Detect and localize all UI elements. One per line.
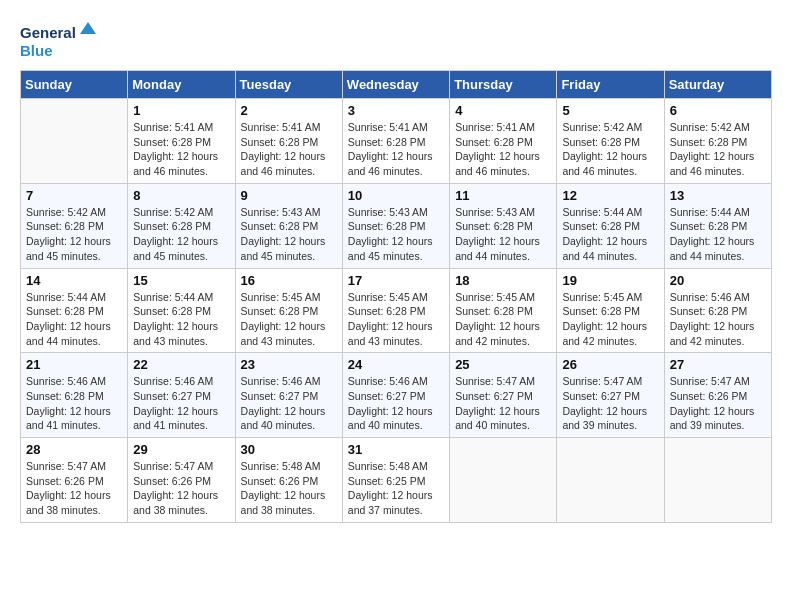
page-header: General Blue — [20, 20, 772, 62]
day-info: Sunrise: 5:46 AMSunset: 6:28 PMDaylight:… — [26, 374, 122, 433]
svg-text:General: General — [20, 24, 76, 41]
calendar-day-cell — [664, 438, 771, 523]
day-info: Sunrise: 5:44 AMSunset: 6:28 PMDaylight:… — [133, 290, 229, 349]
day-info: Sunrise: 5:45 AMSunset: 6:28 PMDaylight:… — [348, 290, 444, 349]
day-number: 19 — [562, 273, 658, 288]
logo: General Blue — [20, 20, 100, 62]
day-info: Sunrise: 5:46 AMSunset: 6:27 PMDaylight:… — [241, 374, 337, 433]
day-info: Sunrise: 5:43 AMSunset: 6:28 PMDaylight:… — [348, 205, 444, 264]
calendar-header-sunday: Sunday — [21, 71, 128, 99]
day-number: 4 — [455, 103, 551, 118]
day-info: Sunrise: 5:48 AMSunset: 6:25 PMDaylight:… — [348, 459, 444, 518]
day-number: 14 — [26, 273, 122, 288]
calendar-day-cell: 8Sunrise: 5:42 AMSunset: 6:28 PMDaylight… — [128, 183, 235, 268]
day-info: Sunrise: 5:45 AMSunset: 6:28 PMDaylight:… — [241, 290, 337, 349]
day-info: Sunrise: 5:43 AMSunset: 6:28 PMDaylight:… — [241, 205, 337, 264]
day-info: Sunrise: 5:41 AMSunset: 6:28 PMDaylight:… — [241, 120, 337, 179]
day-number: 3 — [348, 103, 444, 118]
day-number: 18 — [455, 273, 551, 288]
calendar-day-cell: 23Sunrise: 5:46 AMSunset: 6:27 PMDayligh… — [235, 353, 342, 438]
day-number: 7 — [26, 188, 122, 203]
day-number: 16 — [241, 273, 337, 288]
calendar-day-cell: 31Sunrise: 5:48 AMSunset: 6:25 PMDayligh… — [342, 438, 449, 523]
calendar-day-cell — [557, 438, 664, 523]
svg-marker-2 — [80, 22, 96, 34]
day-number: 22 — [133, 357, 229, 372]
calendar-week-row: 21Sunrise: 5:46 AMSunset: 6:28 PMDayligh… — [21, 353, 772, 438]
day-number: 26 — [562, 357, 658, 372]
calendar-day-cell: 24Sunrise: 5:46 AMSunset: 6:27 PMDayligh… — [342, 353, 449, 438]
day-number: 27 — [670, 357, 766, 372]
day-info: Sunrise: 5:47 AMSunset: 6:26 PMDaylight:… — [670, 374, 766, 433]
calendar-day-cell: 27Sunrise: 5:47 AMSunset: 6:26 PMDayligh… — [664, 353, 771, 438]
calendar-day-cell: 1Sunrise: 5:41 AMSunset: 6:28 PMDaylight… — [128, 99, 235, 184]
day-number: 2 — [241, 103, 337, 118]
day-number: 13 — [670, 188, 766, 203]
day-number: 11 — [455, 188, 551, 203]
day-number: 17 — [348, 273, 444, 288]
calendar-week-row: 7Sunrise: 5:42 AMSunset: 6:28 PMDaylight… — [21, 183, 772, 268]
day-info: Sunrise: 5:46 AMSunset: 6:27 PMDaylight:… — [348, 374, 444, 433]
day-number: 28 — [26, 442, 122, 457]
calendar-day-cell: 25Sunrise: 5:47 AMSunset: 6:27 PMDayligh… — [450, 353, 557, 438]
day-info: Sunrise: 5:42 AMSunset: 6:28 PMDaylight:… — [562, 120, 658, 179]
calendar-header-tuesday: Tuesday — [235, 71, 342, 99]
day-info: Sunrise: 5:47 AMSunset: 6:27 PMDaylight:… — [562, 374, 658, 433]
calendar-day-cell — [21, 99, 128, 184]
day-number: 9 — [241, 188, 337, 203]
logo-icon: General Blue — [20, 20, 100, 62]
calendar-day-cell: 16Sunrise: 5:45 AMSunset: 6:28 PMDayligh… — [235, 268, 342, 353]
svg-text:Blue: Blue — [20, 42, 53, 59]
day-info: Sunrise: 5:48 AMSunset: 6:26 PMDaylight:… — [241, 459, 337, 518]
day-info: Sunrise: 5:47 AMSunset: 6:26 PMDaylight:… — [26, 459, 122, 518]
calendar-day-cell: 2Sunrise: 5:41 AMSunset: 6:28 PMDaylight… — [235, 99, 342, 184]
calendar-header-thursday: Thursday — [450, 71, 557, 99]
day-number: 29 — [133, 442, 229, 457]
calendar-header-saturday: Saturday — [664, 71, 771, 99]
calendar-day-cell: 30Sunrise: 5:48 AMSunset: 6:26 PMDayligh… — [235, 438, 342, 523]
calendar-day-cell: 17Sunrise: 5:45 AMSunset: 6:28 PMDayligh… — [342, 268, 449, 353]
calendar-week-row: 28Sunrise: 5:47 AMSunset: 6:26 PMDayligh… — [21, 438, 772, 523]
calendar-day-cell: 12Sunrise: 5:44 AMSunset: 6:28 PMDayligh… — [557, 183, 664, 268]
calendar-week-row: 1Sunrise: 5:41 AMSunset: 6:28 PMDaylight… — [21, 99, 772, 184]
day-number: 5 — [562, 103, 658, 118]
day-info: Sunrise: 5:41 AMSunset: 6:28 PMDaylight:… — [455, 120, 551, 179]
day-info: Sunrise: 5:43 AMSunset: 6:28 PMDaylight:… — [455, 205, 551, 264]
calendar-header-row: SundayMondayTuesdayWednesdayThursdayFrid… — [21, 71, 772, 99]
calendar-header-monday: Monday — [128, 71, 235, 99]
calendar-header-friday: Friday — [557, 71, 664, 99]
calendar-week-row: 14Sunrise: 5:44 AMSunset: 6:28 PMDayligh… — [21, 268, 772, 353]
calendar-day-cell: 21Sunrise: 5:46 AMSunset: 6:28 PMDayligh… — [21, 353, 128, 438]
calendar-day-cell: 14Sunrise: 5:44 AMSunset: 6:28 PMDayligh… — [21, 268, 128, 353]
day-info: Sunrise: 5:47 AMSunset: 6:26 PMDaylight:… — [133, 459, 229, 518]
calendar-day-cell: 5Sunrise: 5:42 AMSunset: 6:28 PMDaylight… — [557, 99, 664, 184]
day-number: 20 — [670, 273, 766, 288]
calendar-day-cell: 29Sunrise: 5:47 AMSunset: 6:26 PMDayligh… — [128, 438, 235, 523]
day-info: Sunrise: 5:44 AMSunset: 6:28 PMDaylight:… — [670, 205, 766, 264]
calendar-day-cell: 22Sunrise: 5:46 AMSunset: 6:27 PMDayligh… — [128, 353, 235, 438]
day-info: Sunrise: 5:44 AMSunset: 6:28 PMDaylight:… — [562, 205, 658, 264]
day-number: 6 — [670, 103, 766, 118]
calendar-day-cell: 4Sunrise: 5:41 AMSunset: 6:28 PMDaylight… — [450, 99, 557, 184]
calendar-day-cell — [450, 438, 557, 523]
day-info: Sunrise: 5:42 AMSunset: 6:28 PMDaylight:… — [26, 205, 122, 264]
day-number: 15 — [133, 273, 229, 288]
calendar-table: SundayMondayTuesdayWednesdayThursdayFrid… — [20, 70, 772, 523]
calendar-day-cell: 15Sunrise: 5:44 AMSunset: 6:28 PMDayligh… — [128, 268, 235, 353]
calendar-header-wednesday: Wednesday — [342, 71, 449, 99]
calendar-day-cell: 26Sunrise: 5:47 AMSunset: 6:27 PMDayligh… — [557, 353, 664, 438]
calendar-day-cell: 3Sunrise: 5:41 AMSunset: 6:28 PMDaylight… — [342, 99, 449, 184]
calendar-day-cell: 13Sunrise: 5:44 AMSunset: 6:28 PMDayligh… — [664, 183, 771, 268]
day-number: 21 — [26, 357, 122, 372]
day-info: Sunrise: 5:42 AMSunset: 6:28 PMDaylight:… — [670, 120, 766, 179]
calendar-day-cell: 28Sunrise: 5:47 AMSunset: 6:26 PMDayligh… — [21, 438, 128, 523]
calendar-day-cell: 9Sunrise: 5:43 AMSunset: 6:28 PMDaylight… — [235, 183, 342, 268]
day-number: 12 — [562, 188, 658, 203]
day-info: Sunrise: 5:44 AMSunset: 6:28 PMDaylight:… — [26, 290, 122, 349]
day-info: Sunrise: 5:41 AMSunset: 6:28 PMDaylight:… — [348, 120, 444, 179]
day-number: 8 — [133, 188, 229, 203]
day-info: Sunrise: 5:47 AMSunset: 6:27 PMDaylight:… — [455, 374, 551, 433]
day-info: Sunrise: 5:42 AMSunset: 6:28 PMDaylight:… — [133, 205, 229, 264]
day-number: 24 — [348, 357, 444, 372]
day-number: 25 — [455, 357, 551, 372]
